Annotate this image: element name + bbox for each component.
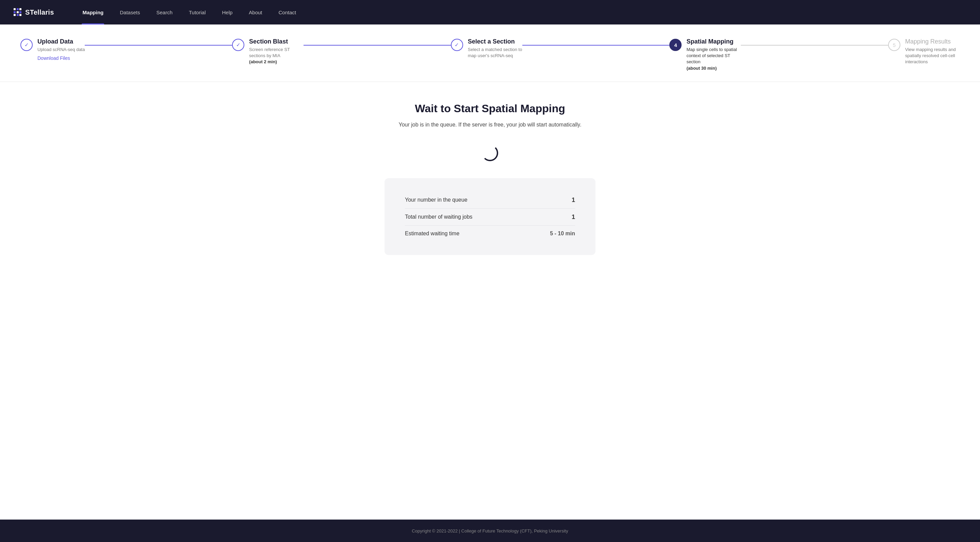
step-time-section-blast: (about 2 min) <box>249 59 277 64</box>
nav-item-search[interactable]: Search <box>148 0 181 24</box>
logo[interactable]: STellaris <box>14 8 54 16</box>
step-title-spatial-mapping: Spatial Mapping <box>686 38 741 45</box>
step-mapping-results: 5 Mapping Results View mapping results a… <box>888 38 959 65</box>
step-content-upload: Upload Data Upload scRNA-seq data Downlo… <box>37 38 85 61</box>
step-desc-section-blast: Screen reference ST sections by MIA(abou… <box>249 47 304 65</box>
step-circle-mapping-results: 5 <box>888 39 900 51</box>
queue-number-value: 1 <box>572 197 575 204</box>
queue-time-label: Estimated waiting time <box>405 231 460 237</box>
queue-total-label: Total number of waiting jobs <box>405 214 472 220</box>
queue-time-value: 5 - 10 min <box>550 231 575 237</box>
nav-item-mapping[interactable]: Mapping <box>75 0 112 24</box>
step-content-select-section: Select a Section Select a matched sectio… <box>468 38 522 59</box>
footer: Copyright © 2021-2022 | College of Futur… <box>0 520 980 542</box>
step-time-spatial-mapping: (about 30 min) <box>686 66 717 71</box>
step-title-select-section: Select a Section <box>468 38 522 45</box>
step-desc-upload: Upload scRNA-seq data <box>37 47 85 53</box>
loading-spinner <box>482 145 498 161</box>
connector-2 <box>304 45 451 46</box>
nav-item-contact[interactable]: Contact <box>270 0 305 24</box>
step-title-section-blast: Section Blast <box>249 38 304 45</box>
queue-row-total: Total number of waiting jobs 1 <box>405 209 575 226</box>
nav-item-help[interactable]: Help <box>214 0 240 24</box>
step-content-mapping-results: Mapping Results View mapping results and… <box>905 38 959 65</box>
connector-1 <box>85 45 232 46</box>
queue-row-number: Your number in the queue 1 <box>405 192 575 209</box>
step-select-section: ✓ Select a Section Select a matched sect… <box>451 38 522 59</box>
main-nav: Mapping Datasets Search Tutorial Help Ab… <box>75 0 966 24</box>
queue-total-value: 1 <box>572 214 575 221</box>
logo-text: STellaris <box>25 8 54 16</box>
nav-item-about[interactable]: About <box>240 0 270 24</box>
step-section-blast: ✓ Section Blast Screen reference ST sect… <box>232 38 304 65</box>
spinner <box>482 145 498 161</box>
logo-icon <box>14 8 22 16</box>
step-desc-mapping-results: View mapping results and spatially resol… <box>905 47 959 65</box>
step-spatial-mapping: 4 Spatial Mapping Map single cells to sp… <box>669 38 741 71</box>
step-content-section-blast: Section Blast Screen reference ST sectio… <box>249 38 304 65</box>
footer-text: Copyright © 2021-2022 | College of Futur… <box>412 528 568 534</box>
nav-item-datasets[interactable]: Datasets <box>111 0 148 24</box>
steps-section: ✓ Upload Data Upload scRNA-seq data Down… <box>0 24 980 82</box>
page-subtitle: Your job is in the queue. If the server … <box>398 122 581 128</box>
connector-3 <box>522 45 670 46</box>
download-files-link[interactable]: Download Files <box>37 55 85 61</box>
queue-card: Your number in the queue 1 Total number … <box>385 178 595 255</box>
queue-number-label: Your number in the queue <box>405 197 468 203</box>
step-circle-select-section: ✓ <box>451 39 463 51</box>
nav-item-tutorial[interactable]: Tutorial <box>181 0 214 24</box>
step-circle-spatial-mapping: 4 <box>669 39 682 51</box>
step-content-spatial-mapping: Spatial Mapping Map single cells to spat… <box>686 38 741 71</box>
step-circle-upload: ✓ <box>21 39 33 51</box>
page-title: Wait to Start Spatial Mapping <box>415 102 565 115</box>
connector-4 <box>741 45 888 46</box>
step-desc-spatial-mapping: Map single cells to spatial context of s… <box>686 47 741 71</box>
step-title-upload: Upload Data <box>37 38 85 45</box>
queue-row-time: Estimated waiting time 5 - 10 min <box>405 226 575 241</box>
step-title-mapping-results: Mapping Results <box>905 38 959 45</box>
step-circle-section-blast: ✓ <box>232 39 244 51</box>
main-content: Wait to Start Spatial Mapping Your job i… <box>0 82 980 520</box>
step-desc-select-section: Select a matched section to map user's s… <box>468 47 522 59</box>
step-upload: ✓ Upload Data Upload scRNA-seq data Down… <box>21 38 85 61</box>
